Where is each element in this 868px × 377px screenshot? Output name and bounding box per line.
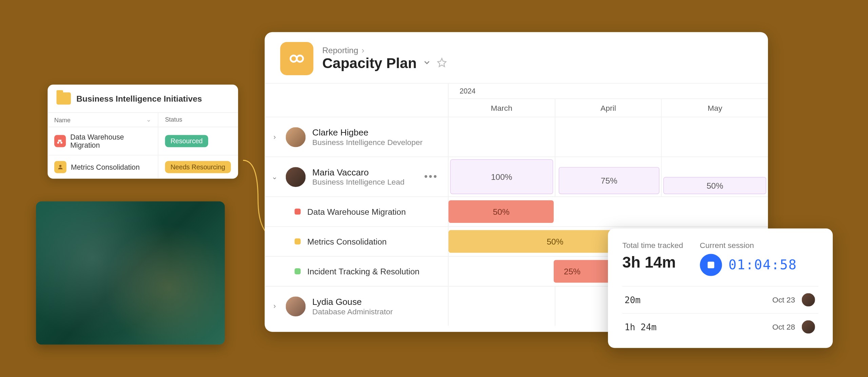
task-name: Metrics Consolidation xyxy=(307,237,387,246)
entry-duration: 1h 24m xyxy=(625,322,656,332)
title-dropdown[interactable] xyxy=(422,58,431,69)
initiative-name: Data Warehouse Migration xyxy=(70,133,151,149)
stop-button[interactable] xyxy=(700,254,722,276)
person-row[interactable]: › Clarke Higbee Business Intelligence De… xyxy=(265,117,768,157)
breadcrumb[interactable]: Reporting › xyxy=(322,45,447,55)
entry-duration: 20m xyxy=(625,295,640,305)
svg-point-2 xyxy=(59,165,62,167)
app-icon xyxy=(280,42,313,75)
page-title: Capacity Plan xyxy=(322,55,416,72)
total-time-label: Total time tracked xyxy=(622,240,683,249)
avatar xyxy=(801,292,816,308)
time-entry[interactable]: 1h 24m Oct 28 xyxy=(622,313,818,340)
person-name: Clarke Higbee xyxy=(312,127,422,137)
person-name: Maria Vaccaro xyxy=(312,167,405,177)
task-bar[interactable]: 50% xyxy=(449,200,554,223)
allocation-cell[interactable]: 50% xyxy=(664,177,766,194)
time-entry[interactable]: 20m Oct 23 xyxy=(622,286,818,313)
more-menu[interactable]: ••• xyxy=(424,171,438,183)
month-header: April xyxy=(555,99,662,117)
collapse-toggle[interactable]: ⌄ xyxy=(270,172,279,181)
session-label: Current session xyxy=(700,240,797,249)
task-color-icon xyxy=(295,209,301,215)
allocation-cell[interactable]: 75% xyxy=(558,167,659,194)
svg-point-5 xyxy=(297,56,303,62)
entry-date: Oct 28 xyxy=(772,322,795,331)
status-badge: Needs Resourcing xyxy=(165,161,231,173)
allocation-cell[interactable]: 100% xyxy=(450,159,553,194)
person-row[interactable]: ⌄ Maria Vaccaro Business Intelligence Le… xyxy=(265,156,768,196)
task-color-icon xyxy=(295,238,301,245)
svg-point-4 xyxy=(291,56,297,62)
status-badge: Resourced xyxy=(165,135,208,147)
initiative-name: Metrics Consolidation xyxy=(71,163,140,171)
chevron-down-icon[interactable]: ⌄ xyxy=(146,116,151,123)
task-row[interactable]: Data Warehouse Migration 50% xyxy=(265,196,768,226)
folder-icon xyxy=(57,92,71,105)
initiatives-card: Business Intelligence Initiatives Name ⌄… xyxy=(47,85,238,179)
avatar xyxy=(801,319,816,335)
initiative-row[interactable]: Data Warehouse Migration Resourced xyxy=(47,127,238,155)
month-header: March xyxy=(449,99,555,117)
initiatives-title: Business Intelligence Initiatives xyxy=(76,94,202,103)
session-timer: 01:04:58 xyxy=(729,257,797,273)
svg-point-0 xyxy=(57,142,59,144)
person-role: Business Intelligence Lead xyxy=(312,177,405,186)
month-header: May xyxy=(662,99,768,117)
col-status-header: Status xyxy=(158,113,238,127)
avatar xyxy=(284,126,307,148)
expand-toggle[interactable]: › xyxy=(270,302,279,310)
year-label: 2024 xyxy=(449,84,768,99)
avatar xyxy=(284,166,307,188)
person-role: Business Intelligence Developer xyxy=(312,138,422,146)
favorite-button[interactable] xyxy=(437,57,447,69)
task-name: Data Warehouse Migration xyxy=(307,207,406,216)
expand-toggle[interactable]: › xyxy=(270,133,279,141)
col-name-header: Name xyxy=(54,117,71,123)
initiative-row[interactable]: Metrics Consolidation Needs Resourcing xyxy=(47,155,238,179)
breadcrumb-label: Reporting xyxy=(322,45,358,55)
svg-point-1 xyxy=(61,142,63,144)
chevron-right-icon: › xyxy=(361,45,364,55)
metrics-icon xyxy=(54,161,66,173)
task-color-icon xyxy=(295,268,301,274)
avatar xyxy=(284,295,307,317)
entry-date: Oct 23 xyxy=(772,295,795,304)
decorative-photo xyxy=(36,201,225,344)
total-time-value: 3h 14m xyxy=(622,254,683,272)
person-role: Database Administrator xyxy=(312,307,393,315)
warehouse-icon xyxy=(54,135,66,147)
time-tracker-card: Total time tracked 3h 14m Current sessio… xyxy=(608,228,833,348)
task-name: Incident Tracking & Resolution xyxy=(307,267,419,276)
person-name: Lydia Gouse xyxy=(312,297,393,307)
